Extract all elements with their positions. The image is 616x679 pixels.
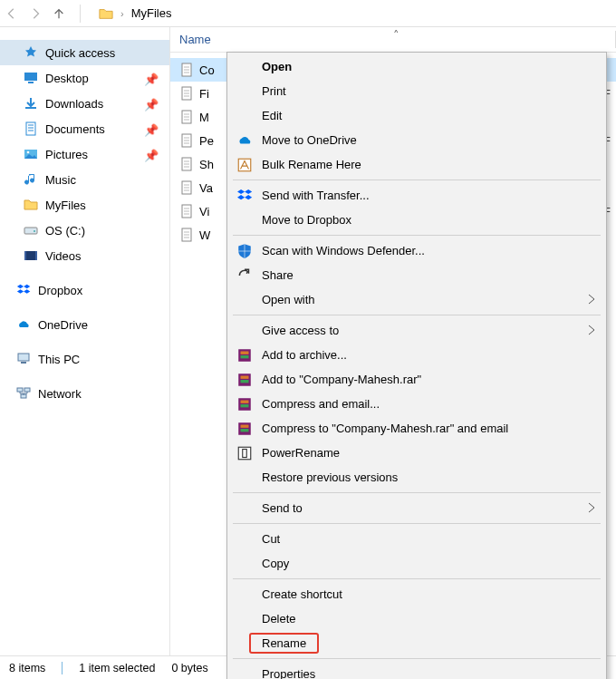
- svg-rect-63: [241, 429, 249, 432]
- ctx-compress-email[interactable]: Compress and email...: [227, 392, 606, 416]
- sidebar-item-documents[interactable]: Documents 📌: [0, 116, 169, 141]
- ctx-delete[interactable]: Delete: [227, 606, 606, 631]
- context-menu: Open Print Edit Move to OneDrive Bulk Re…: [226, 52, 607, 679]
- ctx-give-access[interactable]: Give access to: [227, 318, 606, 343]
- breadcrumb-folder[interactable]: MyFiles: [131, 6, 172, 20]
- ctx-restore[interactable]: Restore previous versions: [227, 465, 606, 490]
- svg-rect-62: [241, 425, 249, 428]
- sidebar-item-downloads[interactable]: Downloads 📌: [0, 91, 169, 116]
- up-button[interactable]: [53, 7, 65, 20]
- sidebar-item-videos[interactable]: Videos: [0, 243, 169, 268]
- ctx-bulk-rename[interactable]: Bulk Rename Here: [227, 152, 606, 177]
- svg-rect-60: [241, 404, 249, 407]
- text-file-icon: [179, 180, 194, 195]
- sidebar-dropbox[interactable]: Dropbox: [0, 277, 169, 303]
- documents-icon: [24, 121, 38, 136]
- ctx-copy[interactable]: Copy: [227, 551, 606, 576]
- svg-point-8: [27, 151, 30, 154]
- pin-icon: 📌: [144, 98, 159, 112]
- power-rename-icon: [236, 445, 253, 461]
- bulk-rename-icon: [236, 157, 253, 173]
- star-icon: [24, 45, 38, 60]
- winrar-icon: [236, 421, 253, 437]
- sidebar-item-os-c[interactable]: OS (C:): [0, 218, 169, 243]
- folder-icon: [99, 6, 113, 21]
- ctx-open-with[interactable]: Open with: [227, 287, 606, 312]
- svg-rect-11: [24, 251, 37, 260]
- svg-rect-57: [241, 380, 249, 383]
- status-size: 0 bytes: [171, 662, 207, 674]
- text-file-icon: [179, 133, 194, 148]
- submenu-arrow-icon: [588, 294, 595, 305]
- ctx-power-rename[interactable]: PowerRename: [227, 441, 606, 465]
- winrar-icon: [236, 347, 253, 364]
- text-file-icon: [179, 110, 194, 124]
- svg-rect-54: [241, 355, 249, 358]
- submenu-arrow-icon: [588, 502, 595, 513]
- submenu-arrow-icon: [588, 325, 595, 335]
- drive-icon: [24, 223, 38, 238]
- ctx-share[interactable]: Share: [227, 263, 606, 287]
- svg-rect-2: [25, 107, 36, 109]
- ctx-rename[interactable]: Rename: [227, 631, 606, 655]
- pc-icon: [16, 352, 31, 366]
- sidebar-network[interactable]: Network: [0, 381, 169, 406]
- videos-icon: [24, 248, 38, 263]
- highlight-box: Rename: [249, 633, 319, 654]
- downloads-icon: [24, 96, 38, 111]
- sidebar-item-myfiles[interactable]: MyFiles: [0, 192, 169, 218]
- svg-point-10: [34, 230, 35, 232]
- ctx-compress-rar-email[interactable]: Compress to "Company-Mahesh.rar" and ema…: [227, 416, 606, 441]
- desktop-icon: [24, 71, 38, 85]
- onedrive-icon: [16, 317, 31, 332]
- ctx-send-transfer[interactable]: Send with Transfer...: [227, 183, 606, 208]
- share-icon: [236, 267, 253, 284]
- ctx-properties[interactable]: Properties: [227, 662, 606, 679]
- ctx-print[interactable]: Print: [227, 79, 606, 103]
- status-item-count: 8 items: [9, 662, 45, 674]
- svg-rect-1: [28, 82, 34, 83]
- dropbox-icon: [16, 283, 31, 297]
- sidebar-quick-access[interactable]: Quick access: [0, 40, 169, 65]
- sidebar-item-music[interactable]: Music: [0, 167, 169, 192]
- column-header-name[interactable]: Name ˄: [170, 27, 616, 53]
- text-file-icon: [179, 204, 194, 218]
- ctx-edit[interactable]: Edit: [227, 103, 606, 128]
- ctx-move-onedrive[interactable]: Move to OneDrive: [227, 128, 606, 152]
- breadcrumb-arrow-icon: ›: [120, 8, 124, 19]
- folder-icon: [24, 198, 38, 212]
- svg-rect-16: [17, 388, 23, 392]
- onedrive-icon: [236, 132, 253, 149]
- svg-rect-56: [241, 376, 249, 379]
- ctx-create-shortcut[interactable]: Create shortcut: [227, 582, 606, 606]
- forward-button[interactable]: [29, 7, 42, 20]
- pin-icon: 📌: [144, 149, 159, 162]
- svg-rect-13: [35, 251, 37, 260]
- navigation-pane: Quick access Desktop 📌 Downloads 📌 Docum…: [0, 27, 170, 655]
- shield-icon: [236, 243, 253, 259]
- ctx-add-rar[interactable]: Add to "Company-Mahesh.rar": [227, 367, 606, 392]
- address-bar[interactable]: › MyFiles: [99, 6, 171, 21]
- text-file-icon: [179, 63, 194, 77]
- ctx-defender[interactable]: Scan with Windows Defender...: [227, 238, 606, 263]
- text-file-icon: [179, 157, 194, 171]
- text-file-icon: [179, 228, 194, 242]
- ctx-send-to[interactable]: Send to: [227, 496, 606, 520]
- music-icon: [24, 172, 38, 187]
- svg-rect-15: [21, 362, 26, 364]
- svg-rect-9: [24, 228, 37, 234]
- winrar-icon: [236, 372, 253, 388]
- sidebar-this-pc[interactable]: This PC: [0, 346, 169, 372]
- ctx-add-archive[interactable]: Add to archive...: [227, 343, 606, 367]
- ctx-cut[interactable]: Cut: [227, 527, 606, 551]
- sidebar-item-desktop[interactable]: Desktop 📌: [0, 65, 169, 91]
- ctx-move-dropbox[interactable]: Move to Dropbox: [227, 208, 606, 232]
- back-button[interactable]: [5, 7, 18, 20]
- svg-rect-53: [241, 352, 249, 354]
- sidebar-onedrive[interactable]: OneDrive: [0, 312, 169, 337]
- pin-icon: 📌: [144, 73, 159, 86]
- status-selection: 1 item selected: [79, 662, 155, 674]
- svg-rect-0: [24, 73, 37, 81]
- ctx-open[interactable]: Open: [227, 54, 606, 79]
- sidebar-item-pictures[interactable]: Pictures 📌: [0, 141, 169, 167]
